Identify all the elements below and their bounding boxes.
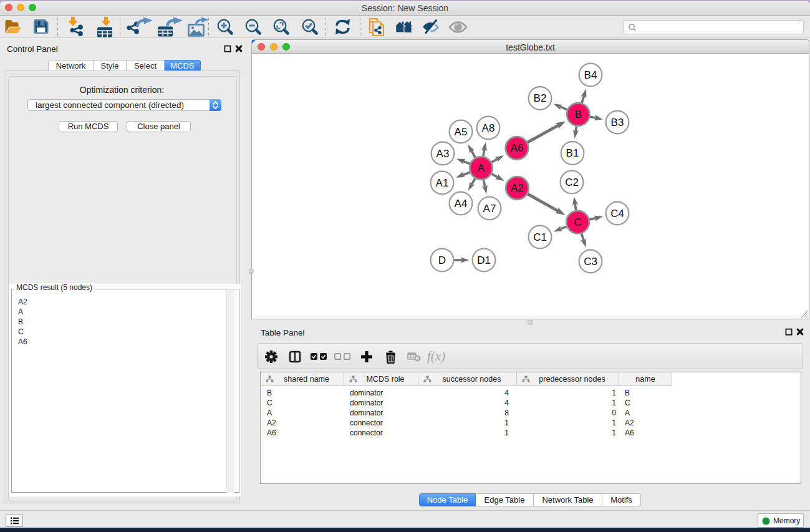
- svg-text:B4: B4: [584, 69, 597, 81]
- svg-text:C3: C3: [584, 256, 597, 268]
- svg-text:A1: A1: [436, 177, 449, 189]
- svg-text:C1: C1: [533, 231, 547, 243]
- svg-text:C4: C4: [610, 208, 624, 220]
- svg-text:A2: A2: [511, 182, 524, 194]
- svg-text:A8: A8: [482, 122, 495, 134]
- svg-text:A: A: [478, 162, 485, 174]
- svg-text:B1: B1: [566, 147, 579, 159]
- svg-text:A7: A7: [483, 203, 496, 215]
- svg-text:B: B: [575, 109, 582, 120]
- svg-text:C2: C2: [565, 177, 579, 188]
- svg-text:A4: A4: [455, 198, 468, 210]
- svg-text:D: D: [438, 254, 446, 266]
- svg-text:A3: A3: [436, 148, 450, 160]
- svg-text:D1: D1: [477, 254, 491, 266]
- svg-text:A5: A5: [455, 126, 468, 138]
- svg-text:B2: B2: [534, 92, 547, 104]
- svg-text:B3: B3: [611, 117, 624, 128]
- svg-text:A6: A6: [511, 142, 524, 154]
- svg-text:C: C: [574, 216, 581, 228]
